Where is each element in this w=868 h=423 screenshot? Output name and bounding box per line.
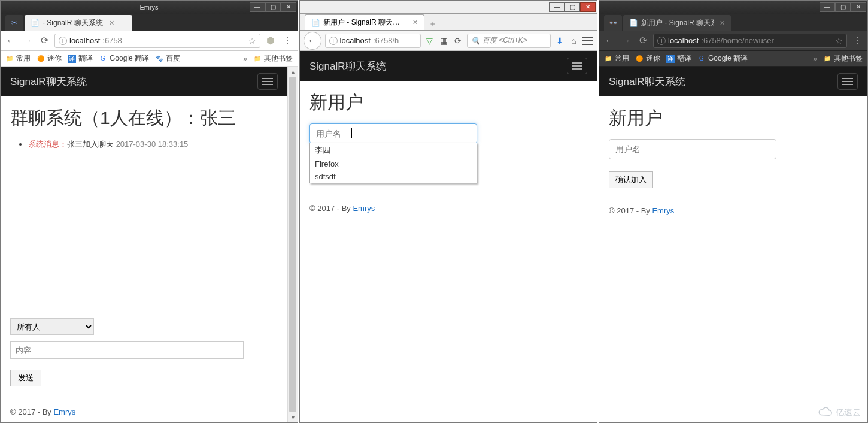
tab-close-icon[interactable]: ✕ (412, 19, 418, 26)
browser-menu-button[interactable] (582, 37, 593, 45)
shield-icon[interactable]: ▽ (424, 35, 435, 46)
other-bookmarks-button[interactable]: 📁其他书签 (253, 53, 293, 64)
confirm-join-button[interactable]: 确认加入 (609, 171, 653, 188)
search-icon: 🔍 (471, 37, 480, 45)
compose-area: 所有人 发送 (10, 318, 244, 386)
google-icon: G (697, 55, 706, 63)
tab-active[interactable]: 📄 新用户 - SignalR 聊天系统 ✕ (305, 14, 424, 30)
username-input[interactable] (609, 139, 776, 159)
recipient-select[interactable]: 所有人 (10, 318, 94, 335)
tab-active[interactable]: 📄 - SignalR 聊天系统 ✕ (25, 15, 132, 31)
other-bookmarks-button[interactable]: 📁其他书签 (823, 53, 863, 64)
app-brand[interactable]: SignalR聊天系统 (309, 59, 567, 73)
tab-close-icon[interactable]: ✕ (109, 19, 114, 27)
browser-menu-button[interactable]: ⋮ (281, 34, 294, 47)
window-restore-button[interactable]: ▢ (835, 2, 851, 12)
window-close-button[interactable]: ✕ (580, 2, 596, 12)
site-info-icon[interactable]: i (59, 37, 67, 45)
cloud-icon (817, 407, 833, 418)
folder-icon: 📁 (5, 55, 14, 63)
window-minimize-button[interactable]: — (250, 2, 265, 12)
app-brand[interactable]: SignalR聊天系统 (609, 75, 837, 89)
bookmark-star-icon[interactable]: ☆ (835, 36, 843, 46)
forward-button[interactable]: → (620, 34, 633, 47)
page-favicon-icon: 📄 (311, 19, 320, 27)
address-bar[interactable]: i localhost:6758/h (325, 34, 421, 48)
site-info-icon[interactable]: i (657, 37, 666, 45)
extension-icon[interactable]: ⬢ (264, 34, 277, 47)
navbar-toggle-button[interactable] (257, 73, 278, 90)
scrollbar-thumb[interactable] (289, 77, 296, 412)
address-bar[interactable]: i localhost:6758 ☆ (54, 34, 260, 48)
address-bar-row: ← → ⟳ i localhost:6758 ☆ ⬢ ⋮ (1, 31, 298, 51)
scroll-down-button[interactable]: ▾ (288, 412, 298, 422)
app-navbar: SignalR聊天系统 (300, 51, 597, 81)
scroll-up-button[interactable]: ▴ (288, 67, 298, 77)
autocomplete-option[interactable]: Firefox (310, 158, 477, 170)
window-close-button[interactable]: ✕ (281, 2, 296, 12)
bookmark-item[interactable]: 🐾百度 (155, 53, 180, 64)
footer-author-link[interactable]: Emrys (652, 206, 674, 215)
bookmarks-overflow-button[interactable]: » (243, 55, 247, 63)
message-input[interactable] (10, 341, 244, 359)
bookmark-item[interactable]: 译翻译 (68, 53, 93, 64)
folder-icon: 📁 (823, 55, 831, 63)
reload-button[interactable]: ⟳ (38, 34, 51, 47)
titlebar[interactable]: — ▢ ✕ (599, 1, 867, 14)
site-info-icon[interactable]: i (329, 37, 338, 45)
downloads-button[interactable]: ⬇ (554, 35, 565, 46)
titlebar[interactable]: — ▢ ✕ (300, 1, 597, 14)
tab-title: 新用户 - SignalR 聊天系统 (323, 17, 406, 28)
back-button[interactable]: ← (603, 34, 616, 47)
navbar-toggle-button[interactable] (567, 58, 587, 74)
reload-button[interactable]: ⟳ (453, 35, 463, 46)
bookmarks-overflow-button[interactable]: » (813, 55, 817, 63)
home-button[interactable]: ⌂ (569, 35, 579, 46)
titlebar[interactable]: Emrys — ▢ ✕ (1, 1, 298, 14)
window-minimize-button[interactable]: — (820, 2, 835, 12)
qr-icon[interactable]: ▦ (438, 35, 449, 46)
page-footer: © 2017 - By Emrys (10, 407, 75, 416)
text-cursor-icon (351, 128, 352, 138)
vertical-scrollbar[interactable]: ▴ ▾ (287, 67, 298, 422)
forward-button[interactable]: → (21, 34, 34, 47)
bookmark-star-icon[interactable]: ☆ (248, 36, 256, 46)
search-box[interactable]: 🔍 百度 <Ctrl+K> (467, 34, 551, 48)
bookmarks-bar: 📁常用 🟠迷你 译翻译 GGoogle 翻译 » 📁其他书签 (599, 51, 867, 67)
footer-author-link[interactable]: Emrys (353, 204, 375, 213)
bookmark-item[interactable]: 📁常用 (604, 53, 629, 64)
bookmark-item[interactable]: 📁常用 (5, 53, 31, 64)
navbar-toggle-button[interactable] (837, 73, 858, 90)
autocomplete-option[interactable]: sdfsdf (310, 170, 477, 183)
url-port-path: :6758/home/newuser (701, 36, 773, 45)
incognito-icon[interactable]: 👓 (604, 15, 622, 31)
folder-icon: 📁 (604, 55, 612, 63)
app-brand[interactable]: SignalR聊天系统 (10, 75, 257, 89)
username-input[interactable] (309, 123, 477, 144)
new-tab-button[interactable]: ＋ (426, 18, 440, 30)
bookmark-item[interactable]: GGoogle 翻译 (99, 53, 149, 64)
bookmark-item[interactable]: 译翻译 (666, 53, 691, 64)
folder-icon: 📁 (253, 55, 262, 63)
window-minimize-button[interactable]: — (549, 2, 564, 12)
tab-pinned[interactable]: ✂ (5, 15, 23, 31)
window-restore-button[interactable]: ▢ (265, 2, 281, 12)
browser-menu-button[interactable]: ⋮ (851, 34, 864, 47)
send-button[interactable]: 发送 (10, 370, 41, 386)
address-bar[interactable]: i localhost:6758/home/newuser ☆ (653, 34, 847, 48)
autocomplete-option[interactable]: 李四 (310, 143, 477, 158)
back-button[interactable]: ← (4, 34, 17, 47)
url-host: localhost (69, 36, 100, 45)
bookmark-item[interactable]: GGoogle 翻译 (697, 53, 748, 64)
window-restore-button[interactable]: ▢ (564, 2, 580, 12)
tab-close-icon[interactable]: ✕ (720, 19, 725, 27)
footer-author-link[interactable]: Emrys (53, 407, 75, 416)
window-close-button[interactable]: ✕ (851, 2, 866, 12)
page-favicon-icon: 📄 (629, 19, 638, 27)
back-button[interactable]: ← (304, 32, 321, 50)
reload-button[interactable]: ⟳ (636, 34, 650, 47)
tab-active[interactable]: 📄 新用户 - SignalR 聊天系 ✕ (623, 15, 731, 31)
bookmark-item[interactable]: 🟠迷你 (37, 53, 62, 64)
bookmark-item[interactable]: 🟠迷你 (635, 53, 660, 64)
app-navbar: SignalR聊天系统 (1, 67, 287, 96)
